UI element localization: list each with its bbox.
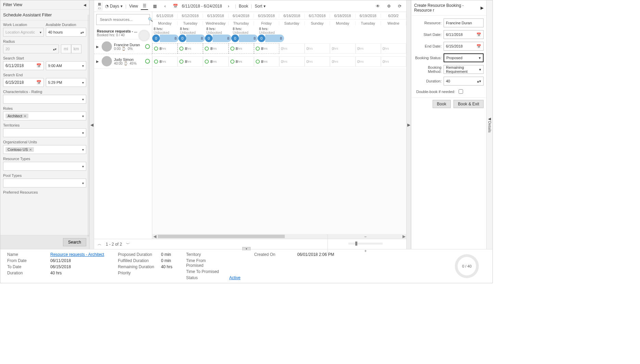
time-slot[interactable]: 0 hrs	[330, 43, 355, 54]
resource-field[interactable]: Francine Duran	[444, 18, 484, 27]
list-view-icon[interactable]: ☰	[141, 2, 148, 10]
book-button[interactable]: Book	[433, 100, 451, 108]
search-end-time[interactable]: 5:29 PM ▾	[46, 78, 87, 87]
remove-tag-icon[interactable]: ✕	[24, 114, 26, 118]
search-button[interactable]: Search	[63, 238, 86, 246]
page-up-icon[interactable]: ︿	[98, 241, 102, 247]
time-slot[interactable]: 8 hrs	[254, 43, 279, 54]
remove-tag-icon[interactable]: ✕	[29, 148, 32, 152]
time-slot[interactable]: 0 hrs	[279, 43, 305, 54]
zoom-thumb[interactable]	[355, 242, 357, 246]
calendar-icon[interactable]: 📅	[476, 32, 481, 37]
end-date-label: End Date:	[414, 44, 441, 48]
requirement-link[interactable]: Resource requests - Architect	[50, 252, 104, 257]
gear-icon[interactable]: ⚙	[385, 2, 393, 10]
resource-request-row[interactable]: Resource requests - ... Booked hrs: 0 / …	[94, 27, 152, 39]
start-date-field[interactable]: 6/11/2018📅	[444, 30, 484, 39]
time-slot[interactable]: 8 hrs	[229, 56, 254, 67]
preferred-resources-label: Preferred Resources	[3, 190, 86, 194]
radius-mi[interactable]: mi	[61, 44, 71, 53]
search-end-date[interactable]: 6/15/2018 📅	[3, 78, 44, 87]
available-duration-select[interactable]: 40 hours ▴▾	[46, 28, 87, 37]
resource-search[interactable]: 🔍	[96, 14, 150, 25]
time-slot[interactable]: 0 hrs	[330, 56, 355, 67]
status-link[interactable]: Active	[229, 275, 241, 280]
time-slot[interactable]: 8 hrs	[254, 56, 279, 67]
expand-icon[interactable]: ▶	[96, 60, 100, 63]
scroll-left-icon[interactable]: ◀	[152, 234, 157, 239]
time-slot[interactable]: 8 hrs	[203, 43, 228, 54]
booking-status-select[interactable]: Proposed▾	[444, 53, 484, 62]
pool-types-select[interactable]: ▾	[3, 179, 86, 187]
prev-range-icon[interactable]: ‹	[161, 2, 169, 10]
collapse-right-tab[interactable]: ▶	[406, 0, 411, 249]
booking-panel-title: Create Resource Booking - Resource r	[414, 3, 481, 13]
radius-unit-toggle[interactable]: mi km	[61, 44, 86, 53]
eye-icon[interactable]: 👁	[374, 2, 382, 10]
roles-select[interactable]: Architect✕ ▾	[3, 112, 86, 120]
calendar-icon[interactable]: 📅	[476, 44, 481, 49]
search-start-date[interactable]: 6/11/2018 📅	[3, 61, 44, 70]
resource-row[interactable]: ▶ Francine Duran 0:00 ⌚0%	[94, 39, 152, 54]
time-slot[interactable]: 0 hrs	[279, 56, 305, 67]
time-slot[interactable]: 8 hrs	[178, 56, 203, 67]
radius-input[interactable]: 20 ▴▾	[3, 44, 59, 53]
details-tab[interactable]: ◀ Details	[486, 0, 492, 249]
next-range-icon[interactable]: ›	[225, 2, 232, 10]
sort-selector[interactable]: Sort ▾	[255, 4, 266, 9]
unbooked-pill: 08	[205, 35, 231, 42]
time-slot[interactable]: 8 hrs	[152, 43, 178, 54]
double-book-checkbox[interactable]	[459, 89, 463, 94]
day-header-cell: Tuesday	[178, 21, 203, 25]
duration-stepper[interactable]: 40▴▾	[444, 77, 484, 86]
territories-label: Territories	[3, 123, 86, 127]
collapse-left-tab[interactable]: ◀	[89, 0, 94, 249]
time-slot[interactable]: 0 hrs	[305, 43, 330, 54]
time-slot[interactable]: 8 hrs	[229, 43, 254, 54]
role-tag[interactable]: Architect✕	[5, 114, 28, 118]
zoom-slider[interactable]	[348, 243, 383, 245]
main-row: Filter View ◀ Schedule Assistant Filter …	[0, 0, 492, 249]
booking-form: Resource:Francine Duran Start Date:6/11/…	[411, 16, 486, 98]
resource-types-select[interactable]: ▾	[3, 162, 86, 171]
expand-icon[interactable]: ▶	[96, 45, 100, 49]
resource-search-input[interactable]	[99, 17, 148, 22]
page-down-icon[interactable]: ﹀	[126, 241, 130, 247]
collapse-details-tab[interactable]: ▾	[242, 247, 251, 250]
org-units-select[interactable]: Contoso US✕ ▾	[3, 145, 86, 154]
end-date-field[interactable]: 6/15/2018📅	[444, 42, 484, 51]
booking-method-select[interactable]: Remaining Requirement▾	[444, 65, 484, 74]
characteristics-select[interactable]: ▾	[3, 95, 86, 104]
work-location-label: Work Location	[3, 23, 44, 27]
search-start-time[interactable]: 9:00 AM ▾	[46, 61, 87, 70]
search-start-date-value: 6/11/2018	[5, 63, 24, 68]
time-slot[interactable]: 0 hrs	[356, 56, 381, 67]
time-slot[interactable]: 0 hrs	[381, 56, 406, 67]
time-slot[interactable]: 8 hrs	[203, 56, 228, 67]
time-slot[interactable]: 8 hrs	[178, 43, 203, 54]
scroll-thumb[interactable]	[158, 235, 285, 238]
orgunit-tag[interactable]: Contoso US✕	[5, 147, 34, 152]
calendar-icon[interactable]: 📅	[171, 2, 179, 10]
refresh-icon[interactable]: ⟳	[396, 2, 404, 10]
resource-row[interactable]: ▶ Judy Simon 40:00 ⌚45%	[94, 54, 152, 69]
grid-view-icon[interactable]: ▦	[151, 2, 158, 10]
work-location-select[interactable]: Location Agnostic ▾	[3, 28, 44, 37]
territories-select[interactable]: ▾	[3, 128, 86, 137]
chevron-right-icon[interactable]: ▶	[481, 5, 484, 10]
time-slot[interactable]: 8 hrs	[152, 56, 178, 67]
characteristics-label: Characteristics - Rating	[3, 90, 86, 94]
timescale-selector[interactable]: ◔ Days ▾	[105, 4, 123, 9]
radius-km[interactable]: km	[71, 44, 81, 53]
expand-collapse-rows[interactable]: ▦▭	[97, 2, 102, 10]
booking-status-label: Booking Status:	[414, 56, 441, 60]
collapse-left-icon[interactable]: ◀	[84, 3, 86, 7]
time-slot[interactable]: 0 hrs	[305, 56, 330, 67]
progress-ring: 0 / 40	[455, 254, 479, 278]
time-slot[interactable]: 0 hrs	[381, 43, 406, 54]
zoom-out-icon[interactable]: −	[364, 234, 367, 239]
book-action[interactable]: Book	[239, 4, 248, 9]
stepper-icon: ▴▾	[477, 79, 481, 83]
book-exit-button[interactable]: Book & Exit	[453, 100, 484, 108]
time-slot[interactable]: 0 hrs	[356, 43, 381, 54]
